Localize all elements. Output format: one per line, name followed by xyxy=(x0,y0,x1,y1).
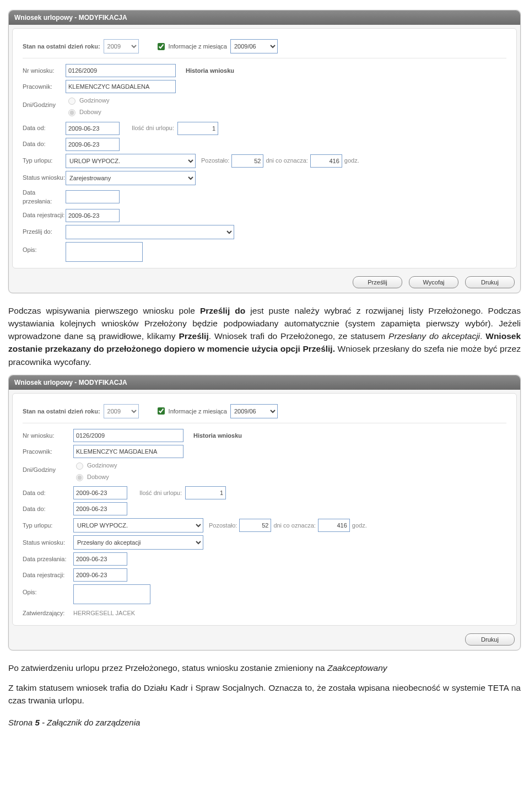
leave-type-label: Typ urlopu: xyxy=(23,156,66,165)
sent-date-label: Data przesłania: xyxy=(23,188,66,206)
days-count-input[interactable] xyxy=(185,486,226,499)
day-hour-label: Dni/Godziny xyxy=(23,96,66,110)
send-to-label: Prześlij do: xyxy=(23,227,66,236)
employee-input[interactable] xyxy=(66,80,176,93)
date-to-label: Data do: xyxy=(23,504,73,514)
status-label: Status wniosku: xyxy=(23,173,66,182)
days-count-input[interactable] xyxy=(177,122,218,135)
send-to-select[interactable] xyxy=(66,225,234,239)
withdraw-button[interactable]: Wycofaj xyxy=(409,276,458,288)
approver-label: Zatwierdzający: xyxy=(23,609,73,618)
leave-type-select[interactable]: URLOP WYPOCZ. xyxy=(73,518,203,533)
reg-date-label: Data rejestracji: xyxy=(23,571,73,580)
explanation-paragraph-2: Po zatwierdzeniu urlopu przez Przełożone… xyxy=(8,662,521,707)
leave-request-panel-2: Wniosek urlopowy - MODYFIKACJA Stan na o… xyxy=(8,375,521,651)
employee-label: Pracownik: xyxy=(23,82,66,92)
approver-name: HERRGESELL JACEK xyxy=(73,609,135,618)
remaining-label: Pozostało: xyxy=(209,521,237,530)
reg-date-input[interactable] xyxy=(73,568,127,582)
description-label: Opis: xyxy=(23,242,66,255)
date-to-label: Data do: xyxy=(23,139,66,149)
state-year-select[interactable]: 2009 xyxy=(104,404,139,418)
status-select[interactable]: Przesłany do akceptacji xyxy=(73,535,203,550)
reg-date-label: Data rejestracji: xyxy=(23,211,66,220)
history-link[interactable]: Historia wniosku xyxy=(193,431,242,440)
remaining-hours-input xyxy=(310,154,342,168)
description-textarea[interactable] xyxy=(66,242,143,262)
panel-title: Wniosek urlopowy - MODYFIKACJA xyxy=(9,375,520,390)
date-from-input[interactable] xyxy=(66,122,120,135)
month-select[interactable]: 2009/06 xyxy=(230,39,278,53)
description-label: Opis: xyxy=(23,584,73,597)
hourly-radio[interactable]: Godzinowy xyxy=(73,461,117,470)
explanation-paragraph-1: Podczas wpisywania pierwszego wniosku po… xyxy=(8,304,521,368)
print-button[interactable]: Drukuj xyxy=(465,633,515,646)
date-to-input[interactable] xyxy=(66,138,120,151)
state-year-select[interactable]: 2009 xyxy=(104,39,139,53)
days-means-label: dni co oznacza: xyxy=(273,521,315,530)
month-info-check[interactable] xyxy=(158,43,165,50)
send-button[interactable]: Prześlij xyxy=(353,276,402,288)
reg-date-input[interactable] xyxy=(66,209,120,222)
date-to-input[interactable] xyxy=(73,502,127,515)
days-count-label: Ilość dni urlopu: xyxy=(139,488,182,498)
leave-request-panel-1: Wniosek urlopowy - MODYFIKACJA Stan na o… xyxy=(8,10,521,293)
remaining-hours-input xyxy=(318,519,350,532)
state-label: Stan na ostatni dzień roku: xyxy=(23,42,100,51)
sent-date-input[interactable] xyxy=(73,552,127,566)
remaining-days-input xyxy=(231,154,263,168)
sent-date-input[interactable] xyxy=(66,190,120,203)
employee-input[interactable] xyxy=(73,445,183,458)
request-no-label: Nr wniosku: xyxy=(23,66,66,76)
request-no-input[interactable] xyxy=(66,64,176,77)
panel-title: Wniosek urlopowy - MODYFIKACJA xyxy=(9,10,520,25)
hourly-radio[interactable]: Godzinowy xyxy=(66,96,109,105)
days-count-label: Ilość dni urlopu: xyxy=(132,123,174,133)
month-info-check[interactable] xyxy=(158,407,165,415)
day-hour-label: Dni/Godziny xyxy=(23,461,73,475)
request-no-input[interactable] xyxy=(73,429,183,442)
leave-type-label: Typ urlopu: xyxy=(23,521,73,530)
hours-label: godz. xyxy=(344,156,359,165)
date-from-label: Data od: xyxy=(23,123,66,133)
hours-label: godz. xyxy=(352,521,367,530)
daily-radio[interactable]: Dobowy xyxy=(66,107,101,117)
month-select[interactable]: 2009/06 xyxy=(230,404,278,418)
remaining-days-input xyxy=(239,519,271,532)
daily-radio[interactable]: Dobowy xyxy=(73,472,109,482)
print-button[interactable]: Drukuj xyxy=(465,276,515,288)
date-from-input[interactable] xyxy=(73,486,127,499)
status-label: Status wniosku: xyxy=(23,538,73,547)
request-no-label: Nr wniosku: xyxy=(23,431,73,440)
month-info-checkbox[interactable]: Informacje z miesiąca xyxy=(155,406,227,416)
month-info-checkbox[interactable]: Informacje z miesiąca xyxy=(155,41,227,52)
status-select[interactable]: Zarejestrowany xyxy=(66,171,196,185)
days-means-label: dni co oznacza: xyxy=(266,156,307,165)
history-link[interactable]: Historia wniosku xyxy=(186,66,234,76)
sent-date-label: Data przesłania: xyxy=(23,555,73,564)
employee-label: Pracownik: xyxy=(23,447,73,456)
description-textarea[interactable] xyxy=(73,584,150,604)
page-footer: Strona 5 - Załącznik do zarządzenia xyxy=(8,717,521,729)
date-from-label: Data od: xyxy=(23,488,73,498)
state-label: Stan na ostatni dzień roku: xyxy=(23,407,100,416)
leave-type-select[interactable]: URLOP WYPOCZ. xyxy=(66,154,196,168)
remaining-label: Pozostało: xyxy=(201,156,229,165)
